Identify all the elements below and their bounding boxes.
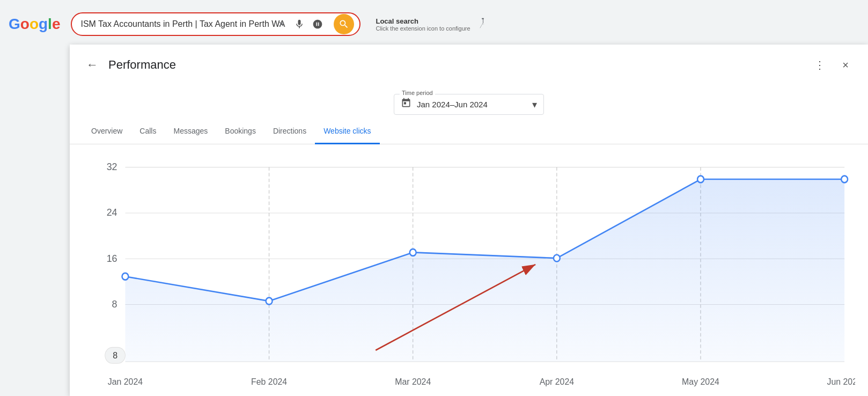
- svg-text:Jun 2024: Jun 2024: [827, 376, 855, 386]
- calendar-icon: [401, 98, 411, 111]
- svg-text:Apr 2024: Apr 2024: [540, 376, 574, 386]
- chart-fill-area: [125, 179, 844, 362]
- svg-text:8: 8: [112, 298, 117, 310]
- browser-bar: Google × Local search Click the extensio…: [0, 0, 868, 48]
- more-options-button[interactable]: ⋮: [810, 55, 829, 75]
- panel-actions: ⋮ ×: [810, 55, 855, 75]
- data-point-may: [697, 176, 704, 183]
- lens-icon[interactable]: [311, 18, 324, 31]
- extension-area: Local search Click the extension icon to…: [376, 17, 488, 32]
- data-point-jun: [841, 176, 848, 183]
- svg-text:May 2024: May 2024: [682, 376, 719, 386]
- dropdown-arrow-icon: ▾: [532, 99, 537, 111]
- mic-icon[interactable]: [293, 18, 306, 31]
- data-point-mar: [410, 249, 416, 256]
- data-point-feb: [266, 298, 273, 305]
- tab-messages[interactable]: Messages: [165, 119, 216, 144]
- tab-bookings[interactable]: Bookings: [216, 119, 264, 144]
- local-search-badge: Local search Click the extension icon to…: [376, 17, 470, 32]
- google-logo: Google: [9, 16, 60, 33]
- search-bar-wrapper: ×: [71, 12, 361, 36]
- performance-panel: ← Performance ⋮ × Time period Jan 2024–J…: [70, 45, 868, 396]
- chart-area: 8 16 24 32: [70, 144, 868, 396]
- svg-text:32: 32: [107, 160, 117, 172]
- search-button[interactable]: [334, 14, 354, 34]
- time-period-value: Jan 2024–Jun 2024: [417, 100, 488, 109]
- tab-calls[interactable]: Calls: [131, 119, 165, 144]
- svg-text:16: 16: [107, 252, 117, 264]
- search-bar-icons: ×: [275, 14, 354, 34]
- panel-title: Performance: [108, 58, 810, 72]
- time-period-wrapper: Time period Jan 2024–Jun 2024 ▾: [70, 85, 868, 119]
- svg-text:24: 24: [107, 207, 117, 218]
- close-panel-button[interactable]: ×: [836, 55, 855, 75]
- svg-text:Feb 2024: Feb 2024: [251, 376, 287, 386]
- svg-text:Jan 2024: Jan 2024: [108, 376, 143, 386]
- time-period-selector[interactable]: Time period Jan 2024–Jun 2024 ▾: [394, 94, 544, 115]
- panel-header: ← Performance ⋮ ×: [70, 45, 868, 85]
- svg-text:Mar 2024: Mar 2024: [395, 376, 431, 386]
- line-chart: 8 16 24 32: [83, 144, 855, 396]
- extension-title: Local search: [376, 17, 470, 25]
- time-period-content: Jan 2024–Jun 2024: [401, 98, 518, 111]
- tabs-bar: Overview Calls Messages Bookings Directi…: [70, 119, 868, 144]
- tab-overview[interactable]: Overview: [83, 119, 131, 144]
- clear-icon[interactable]: ×: [275, 18, 288, 31]
- data-point-jan: [122, 273, 128, 280]
- tab-website-clicks[interactable]: Website clicks: [315, 119, 379, 144]
- data-point-apr: [554, 255, 560, 262]
- back-button[interactable]: ←: [83, 55, 102, 75]
- tab-directions[interactable]: Directions: [264, 119, 315, 144]
- svg-text:8: 8: [113, 350, 117, 360]
- time-period-label: Time period: [400, 90, 435, 96]
- extension-subtitle: Click the extension icon to configure: [376, 25, 470, 32]
- lab-icon: [477, 17, 489, 32]
